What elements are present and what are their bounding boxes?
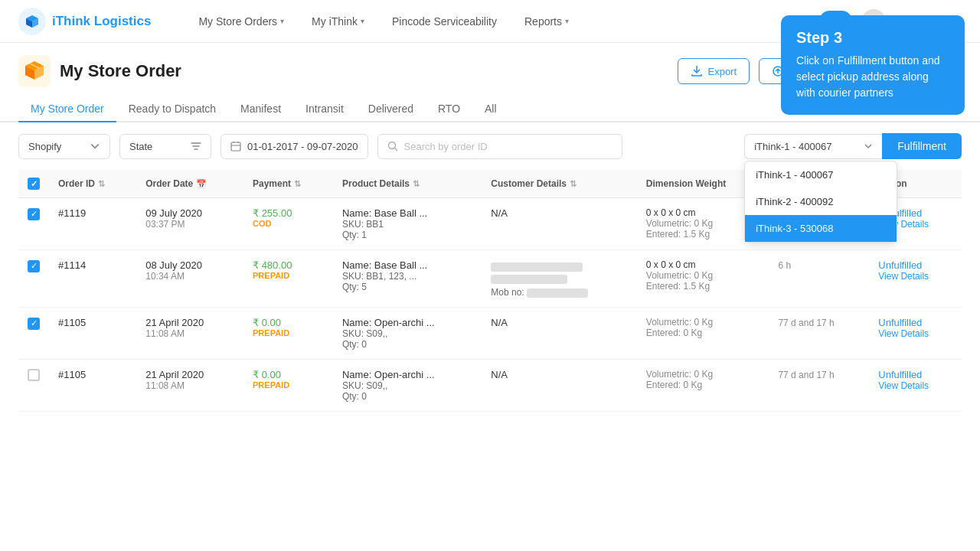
tab-delivered[interactable]: Delivered — [356, 96, 426, 122]
cell-customer-details: N/A — [482, 308, 636, 360]
row-checkbox-cell[interactable] — [18, 360, 49, 412]
cell-order-date: 21 April 2020 11:08 AM — [136, 360, 243, 412]
sort-icon: ⇅ — [413, 179, 420, 189]
row-checkbox-cell[interactable] — [18, 250, 49, 308]
customer-mob-blur — [527, 289, 588, 298]
view-details-link[interactable]: View Details — [878, 271, 952, 282]
nav-my-ithink[interactable]: My iThink ▾ — [301, 9, 375, 34]
fulfillment-button[interactable]: Fulfillment — [882, 133, 962, 159]
tab-all[interactable]: All — [472, 96, 509, 122]
cell-order-id: #1105 — [49, 360, 136, 412]
cell-payment: ₹ 0.00 PREPAID — [243, 308, 333, 360]
state-filter[interactable]: State — [119, 134, 211, 159]
col-customer-details: Customer Details ⇅ — [482, 170, 636, 198]
warehouse-option-3[interactable]: iThink-3 - 530068 — [745, 215, 897, 242]
row-checkbox-cell[interactable] — [18, 308, 49, 360]
tab-rto[interactable]: RTO — [426, 96, 472, 122]
sort-icon: ⇅ — [98, 179, 105, 189]
table-row: #1114 08 July 2020 10:34 AM ₹ 480.00 PRE… — [18, 250, 962, 308]
filter-icon — [191, 141, 201, 152]
tab-manifest[interactable]: Manifest — [228, 96, 293, 122]
chevron-down-icon — [90, 141, 100, 152]
cell-order-id: #1114 — [49, 250, 136, 308]
search-filter[interactable]: Search by order ID — [377, 134, 622, 159]
cell-payment: ₹ 480.00 PREPAID — [243, 250, 333, 308]
warehouse-dropdown[interactable]: iThink-1 - 400067 — [744, 134, 882, 159]
export-button[interactable]: Export — [678, 58, 750, 84]
tab-ready-to-dispatch[interactable]: Ready to Dispatch — [116, 96, 228, 122]
step-tooltip: Step 3 Click on Fulfillment button and s… — [781, 15, 965, 115]
nav-reports[interactable]: Reports ▾ — [514, 9, 580, 34]
chevron-down-icon: ▾ — [280, 17, 284, 25]
page-title: My Store Order — [60, 61, 181, 81]
tab-my-store-order[interactable]: My Store Order — [18, 96, 116, 122]
chevron-down-icon — [864, 142, 873, 151]
cell-product-details: Name: Base Ball ... SKU: BB1 Qty: 1 — [333, 198, 482, 250]
warehouse-menu: iThink-1 - 400067 iThink-2 - 400092 iThi… — [744, 161, 897, 243]
col-order-date: Order Date 📅 — [136, 170, 243, 198]
cell-action: Unfulfilled View Details — [869, 360, 962, 412]
step-title: Step 3 — [796, 29, 949, 47]
page-title-area: My Store Order — [18, 55, 181, 87]
select-all-header[interactable] — [18, 170, 49, 198]
col-order-id: Order ID ⇅ — [49, 170, 136, 198]
cell-customer-details: Mob no: — [482, 250, 636, 308]
sort-icon: ⇅ — [570, 179, 577, 189]
cell-order-date: 21 April 2020 11:08 AM — [136, 308, 243, 360]
cell-dimension: 0 x 0 x 0 cm Volumetric: 0 Kg Entered: 1… — [637, 250, 769, 308]
chevron-down-icon: ▾ — [565, 17, 569, 25]
calendar-icon — [230, 141, 241, 152]
svg-point-8 — [388, 142, 395, 149]
chevron-down-icon: ▾ — [361, 17, 364, 25]
nav-pincode-serviceability[interactable]: Pincode Serviceability — [381, 9, 508, 34]
col-payment: Payment ⇅ — [243, 170, 333, 198]
table-row: #1105 21 April 2020 11:08 AM ₹ 0.00 PREP… — [18, 360, 962, 412]
store-order-icon — [18, 55, 51, 87]
view-details-link[interactable]: View Details — [878, 328, 952, 339]
cell-customer-details: N/A — [482, 198, 636, 250]
cell-product-details: Name: Open-archi ... SKU: S09,, Qty: 0 — [333, 360, 482, 412]
page-content: My Store Order Export Bulk Upload Bulk U… — [0, 43, 980, 551]
cell-order-date: 08 July 2020 10:34 AM — [136, 250, 243, 308]
cell-transit-time: 77 d and 17 h — [769, 360, 869, 412]
logo-text: iThink Logistics — [52, 14, 151, 29]
warehouse-option-1[interactable]: iThink-1 - 400067 — [745, 161, 897, 188]
nav-my-store-orders[interactable]: My Store Orders ▾ — [188, 9, 295, 34]
row-checkbox[interactable] — [28, 318, 40, 330]
warehouse-option-2[interactable]: iThink-2 - 400092 — [745, 188, 897, 215]
sort-icon: ⇅ — [294, 179, 301, 189]
platform-filter[interactable]: Shopify — [18, 134, 110, 159]
search-icon — [387, 141, 398, 152]
calendar-icon: 📅 — [196, 179, 207, 189]
logo-area: iThink Logistics — [18, 8, 151, 35]
step-description: Click on Fulfillment button and select p… — [796, 53, 949, 101]
date-range-filter[interactable]: 01-01-2017 - 09-07-2020 — [220, 134, 368, 159]
cell-order-id: #1105 — [49, 308, 136, 360]
view-details-link[interactable]: View Details — [878, 380, 952, 391]
svg-rect-7 — [231, 142, 240, 151]
cell-dimension: Volumetric: 0 Kg Entered: 0 Kg — [637, 308, 769, 360]
col-product-details: Product Details ⇅ — [333, 170, 482, 198]
customer-info-blur — [491, 275, 567, 284]
cell-order-date: 09 July 2020 03:37 PM — [136, 198, 243, 250]
cell-product-details: Name: Open-archi ... SKU: S09,, Qty: 0 — [333, 308, 482, 360]
select-all-checkbox[interactable] — [28, 178, 40, 190]
cell-payment: ₹ 255.00 COD — [243, 198, 333, 250]
tab-intransit[interactable]: Intransit — [293, 96, 356, 122]
row-checkbox-cell[interactable] — [18, 198, 49, 250]
customer-name-blur — [491, 262, 583, 272]
cell-action: Unfulfilled View Details — [869, 250, 962, 308]
cell-dimension: Volumetric: 0 Kg Entered: 0 Kg — [637, 360, 769, 412]
row-checkbox[interactable] — [28, 260, 40, 272]
cell-transit-time: 77 d and 17 h — [769, 308, 869, 360]
filters-bar: Shopify State 01-01-2017 - 09-07-2020 Se… — [0, 122, 980, 170]
cell-payment: ₹ 0.00 PREPAID — [243, 360, 333, 412]
cell-customer-details: N/A — [482, 360, 636, 412]
table-row: #1105 21 April 2020 11:08 AM ₹ 0.00 PREP… — [18, 308, 962, 360]
fulfillment-area: iThink-1 - 400067 iThink-1 - 400067 iThi… — [744, 133, 962, 159]
logo-icon — [18, 8, 46, 35]
row-checkbox[interactable] — [28, 208, 40, 220]
main-nav: My Store Orders ▾ My iThink ▾ Pincode Se… — [188, 9, 818, 34]
row-checkbox[interactable] — [28, 369, 40, 381]
cell-order-id: #1119 — [49, 198, 136, 250]
